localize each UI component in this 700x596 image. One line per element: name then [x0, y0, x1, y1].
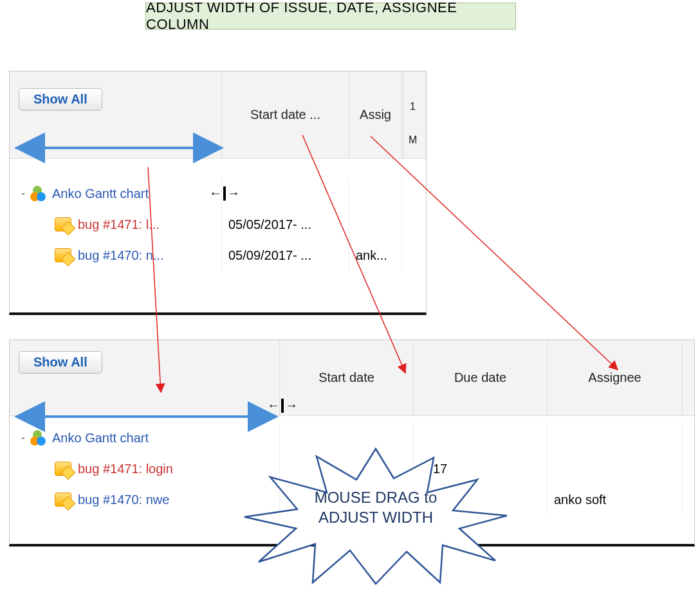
assignee-value: ank... — [356, 248, 387, 263]
issue-cell: bug #1471: l... — [10, 209, 222, 240]
annotation-title: ADJUST WIDTH OF ISSUE, DATE, ASSIGNEE CO… — [145, 3, 516, 30]
annotation-title-text: ADJUST WIDTH OF ISSUE, DATE, ASSIGNEE CO… — [146, 0, 515, 33]
arrow-left-icon: ← — [267, 398, 280, 413]
callout-line2: ADJUST WIDTH — [318, 509, 433, 526]
date-cell: 05/09/2017- ... — [222, 240, 349, 271]
grid-header: Show All Start date ... Assig 1 M — [10, 71, 426, 159]
assignee-cell: anko soft — [548, 484, 683, 515]
resize-grip-icon — [223, 186, 226, 201]
callout-line1: MOUSE DRAG to — [315, 489, 438, 506]
assignee-column-header[interactable]: Assignee — [548, 340, 683, 415]
bug-icon — [55, 248, 71, 262]
show-all-button[interactable]: Show All — [19, 351, 102, 374]
issue-cell: bug #1471: login — [10, 453, 280, 484]
due-date-column-header[interactable]: Due date — [414, 340, 548, 415]
start-date-column-header[interactable]: Start date — [280, 340, 414, 415]
arrow-right-icon: → — [285, 398, 298, 413]
date-cell: 05/05/2017- ... — [222, 209, 349, 240]
collapse-toggle[interactable]: - — [21, 187, 25, 201]
assignee-cell: ank... — [349, 240, 402, 271]
callout-text: MOUSE DRAG to ADJUST WIDTH — [291, 487, 461, 527]
bug-icon — [55, 462, 71, 476]
bug-icon — [55, 492, 71, 507]
start-date-header-label: Start date ... — [250, 107, 320, 122]
issue-link[interactable]: bug #1470: n... — [78, 248, 163, 263]
issue-cell: bug #1470: n... — [10, 240, 222, 271]
assignee-header-label: Assig — [360, 107, 391, 122]
assignee-cell — [548, 453, 683, 484]
project-name[interactable]: Anko Gantt chart — [52, 431, 149, 446]
date-value: 05/05/2017- ... — [228, 217, 311, 232]
show-all-label: Show All — [33, 355, 88, 369]
column-resize-handle[interactable]: ← → — [209, 186, 240, 201]
timeline-cell-2: M — [409, 134, 417, 146]
collapse-toggle[interactable]: - — [21, 431, 25, 445]
issue-column-header[interactable]: Show All — [10, 71, 222, 158]
callout-burst: MOUSE DRAG to ADJUST WIDTH — [241, 446, 511, 586]
assignee-cell — [349, 209, 402, 240]
date-value: 05/09/2017- ... — [228, 248, 311, 263]
timeline-stub: 1 M — [403, 71, 426, 158]
show-all-label: Show All — [33, 92, 88, 106]
arrow-left-icon: ← — [209, 186, 222, 201]
arrow-right-icon: → — [227, 186, 240, 201]
assignee-value: anko soft — [554, 492, 606, 507]
start-date-header-label: Start date — [318, 370, 374, 385]
assignee-column-header[interactable]: Assig — [349, 71, 402, 158]
due-date-header-label: Due date — [454, 370, 506, 385]
start-date-column-header[interactable]: Start date ... — [222, 71, 349, 158]
table-row[interactable]: bug #1471: l... 05/05/2017- ... — [10, 209, 426, 240]
grid-header: Show All Start date Due date Assignee — [10, 340, 694, 416]
issue-cell: - Anko Gantt chart — [10, 422, 280, 453]
column-resize-handle[interactable]: ← → — [267, 398, 298, 413]
gantt-panel-narrow: Show All Start date ... Assig 1 M ← → - … — [9, 71, 427, 315]
table-row[interactable]: bug #1470: n... 05/09/2017- ... ank... — [10, 240, 426, 271]
issue-cell: bug #1470: nwe — [10, 484, 280, 515]
bug-icon — [55, 217, 71, 231]
issue-link[interactable]: bug #1470: nwe — [78, 492, 169, 507]
project-name[interactable]: Anko Gantt chart — [52, 186, 149, 201]
assignee-header-label: Assignee — [588, 370, 641, 385]
project-icon — [30, 430, 46, 446]
timeline-edge — [683, 340, 694, 415]
assignee-cell — [548, 422, 683, 453]
assignee-cell — [349, 178, 402, 209]
show-all-button[interactable]: Show All — [19, 88, 102, 111]
issue-column-header[interactable]: Show All — [10, 340, 280, 415]
resize-grip-icon — [281, 399, 284, 413]
issue-link[interactable]: bug #1471: login — [78, 462, 173, 476]
issue-cell: - Anko Gantt chart — [10, 178, 222, 209]
timeline-cell-1: 1 — [410, 101, 416, 113]
project-icon — [30, 186, 46, 201]
date-cell — [222, 178, 349, 209]
issue-link[interactable]: bug #1471: l... — [78, 217, 160, 232]
